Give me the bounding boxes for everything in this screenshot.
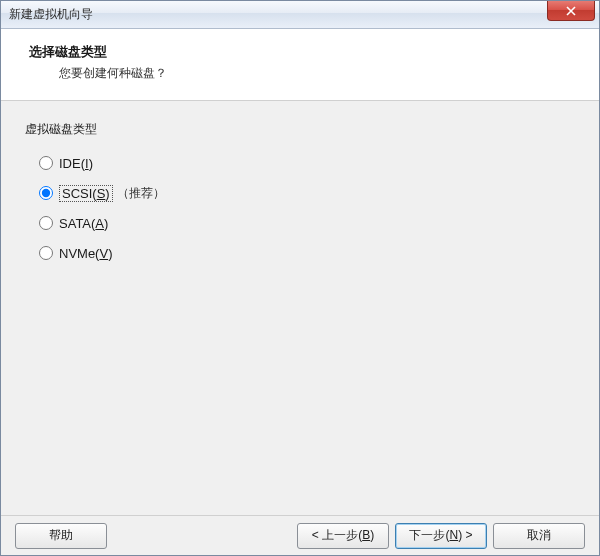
radio-sata-input[interactable] [39,216,53,230]
help-button[interactable]: 帮助 [15,523,107,549]
radio-nvme-label: NVMe(V) [59,246,112,261]
group-label: 虚拟磁盘类型 [25,121,575,138]
titlebar: 新建虚拟机向导 [1,1,599,29]
radio-group-disk-type: IDE(I) SCSI(S) （推荐） SATA(A) NVMe(V) [39,148,575,268]
header-panel: 选择磁盘类型 您要创建何种磁盘？ [1,29,599,101]
next-button[interactable]: 下一步(N) > [395,523,487,549]
radio-option-sata[interactable]: SATA(A) [39,208,575,238]
radio-scsi-input[interactable] [39,186,53,200]
radio-option-ide[interactable]: IDE(I) [39,148,575,178]
radio-nvme-input[interactable] [39,246,53,260]
cancel-button[interactable]: 取消 [493,523,585,549]
radio-scsi-label: SCSI(S) [59,186,113,201]
back-button[interactable]: < 上一步(B) [297,523,389,549]
radio-option-scsi[interactable]: SCSI(S) （推荐） [39,178,575,208]
close-icon [566,6,576,16]
radio-sata-label: SATA(A) [59,216,108,231]
radio-ide-label: IDE(I) [59,156,93,171]
footer-buttons: 帮助 < 上一步(B) 下一步(N) > 取消 [1,515,599,555]
radio-scsi-suffix: （推荐） [117,185,165,202]
window-title: 新建虚拟机向导 [9,6,93,23]
close-button[interactable] [547,1,595,21]
radio-option-nvme[interactable]: NVMe(V) [39,238,575,268]
radio-ide-input[interactable] [39,156,53,170]
content-area: 虚拟磁盘类型 IDE(I) SCSI(S) （推荐） SATA(A) [1,101,599,515]
page-title: 选择磁盘类型 [29,43,579,61]
wizard-window: 新建虚拟机向导 选择磁盘类型 您要创建何种磁盘？ 虚拟磁盘类型 IDE(I) [0,0,600,556]
page-subtitle: 您要创建何种磁盘？ [59,65,579,82]
